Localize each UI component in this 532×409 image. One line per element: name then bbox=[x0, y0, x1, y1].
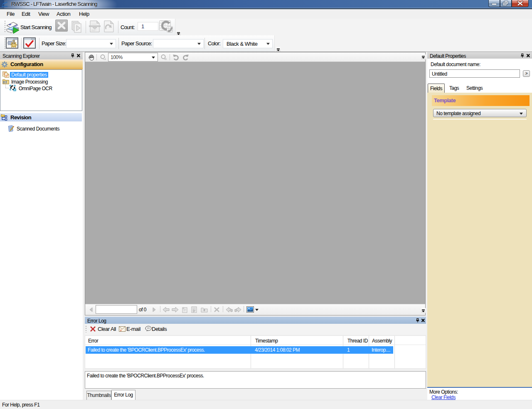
svg-text:!: ! bbox=[235, 309, 236, 312]
svg-text:!: ! bbox=[231, 309, 232, 312]
